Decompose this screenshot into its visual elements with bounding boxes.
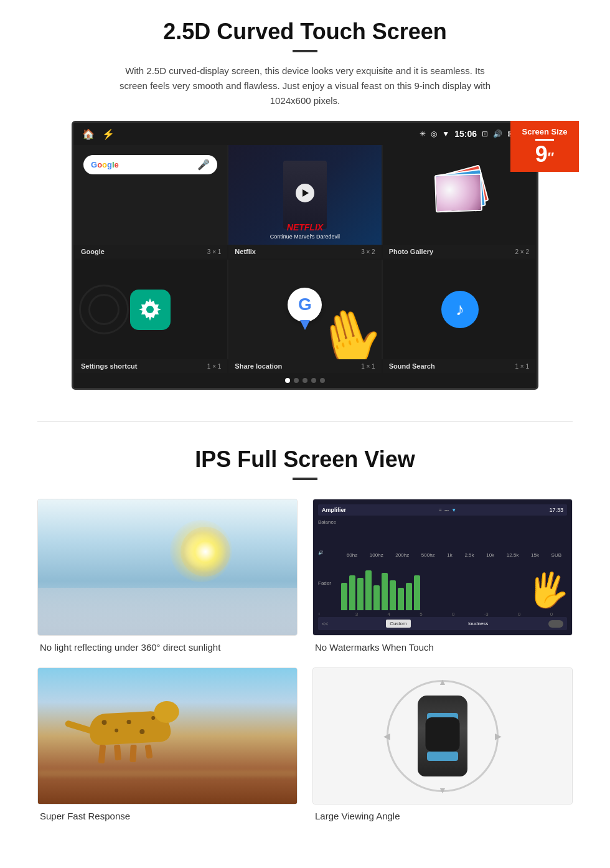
gallery-app-size: 2 × 2 (515, 248, 529, 255)
badge-divider (535, 139, 554, 141)
netflix-subtitle: Continue Marvel's Daredevil (233, 234, 377, 240)
ips-section: IPS Full Screen View No light reflecting… (0, 434, 610, 840)
device-area: Screen Size 9″ 🏠 ⚡ ✳ ◎ ▼ 15:06 ⊡ 🔊 (37, 121, 573, 390)
section1-title: 2.5D Curved Touch Screen (37, 19, 573, 45)
amp-time: 17:33 (549, 507, 563, 513)
freq-sub: SUB (551, 552, 561, 558)
fader-arrow: ↕ (318, 611, 340, 616)
eq-freq-labels: 60hz 100hz 200hz 500hz 1k 2.5k 10k 12.5k… (341, 552, 567, 558)
settings-app-size: 1 × 1 (207, 363, 222, 370)
microphone-icon: 🎤 (197, 159, 210, 171)
netflix-logo: NETFLIX (233, 222, 377, 232)
eq-bar-6 (390, 580, 396, 610)
amp-wifi-icon: ▼ (451, 507, 456, 513)
photo-stack (432, 167, 488, 223)
netflix-app-name: Netflix (235, 248, 256, 255)
amp-header: Amplifier ≡ ••• ▼ 17:33 (318, 504, 567, 516)
freq-1k: 1k (447, 552, 452, 558)
title-underline (293, 50, 317, 52)
dot-2 (294, 378, 299, 383)
eq-bars-container: 🖐 (341, 560, 567, 610)
music-note-icon: ♪ (456, 300, 464, 319)
top-view-visual: ▲ ▼ ◀ ▶ (313, 668, 572, 804)
pagination-dots (73, 374, 537, 388)
freq-200hz: 200hz (395, 552, 409, 558)
google-app-size: 3 × 1 (207, 248, 222, 255)
angle-arrow-right: ▶ (495, 731, 502, 741)
sound-app-name: Sound Search (389, 362, 435, 370)
google-search-bar[interactable]: Google 🎤 (83, 155, 217, 174)
amp-footer: << Custom loudness (318, 617, 567, 630)
netflix-app-size: 3 × 2 (361, 248, 375, 255)
hand-on-equalizer: 🖐 (524, 567, 573, 614)
usb-icon: ⚡ (102, 128, 115, 140)
amp-back-btn: << (322, 621, 329, 627)
amp-custom-button[interactable]: Custom (386, 620, 411, 628)
dot-1 (285, 378, 290, 383)
amplifier-item: Amplifier ≡ ••• ▼ 17:33 Balance 🔊 (312, 499, 573, 653)
sunlight-caption: No light reflecting under 360° direct su… (37, 642, 298, 653)
sunlight-image (37, 499, 298, 636)
status-bar: 🏠 ⚡ ✳ ◎ ▼ 15:06 ⊡ 🔊 ⊠ ⬜ (73, 123, 537, 145)
eq-number-labels: 3450-300 (341, 611, 567, 617)
cheetah-legs (99, 745, 171, 763)
sound-icon-container: ♪ (441, 291, 479, 328)
amplifier-caption: No Watermarks When Touch (312, 642, 573, 653)
section-divider (37, 421, 573, 422)
leg-3 (129, 744, 136, 762)
gallery-label: Photo Gallery 2 × 2 (383, 245, 535, 258)
gallery-app-name: Photo Gallery (389, 248, 434, 255)
photo-card-flower (436, 175, 481, 211)
amp-menu-icon: ≡ (439, 507, 442, 513)
badge-size: 9″ (535, 141, 555, 167)
amp-status-icons: ≡ ••• ▼ (439, 507, 456, 513)
sound-search-cell[interactable]: ♪ (383, 260, 537, 359)
share-app-name: Share location (235, 362, 282, 370)
amp-side-labels: Balance 🔊 Fader ↕ (318, 518, 340, 617)
fader-label: Fader (318, 580, 340, 586)
car-oval: ▲ ▼ ◀ ▶ (387, 680, 499, 792)
amp-loudness-label: loudness (468, 621, 488, 626)
sun-flare (170, 520, 232, 582)
car-body (418, 696, 467, 776)
section1-description: With 2.5D curved-display screen, this de… (112, 64, 498, 108)
dot-3 (303, 378, 307, 383)
gear-icon (138, 297, 162, 322)
eq-bar-9 (414, 575, 420, 610)
google-app-cell[interactable]: Google 🎤 (73, 145, 227, 245)
eq-bar-0 (341, 583, 347, 610)
cheetah-visual (38, 668, 297, 804)
leg-1 (98, 744, 106, 763)
horizon-haze (38, 588, 297, 635)
cheetah-caption: Super Fast Response (37, 811, 298, 821)
dust-cloud (38, 770, 297, 777)
share-location-cell[interactable]: G 🤚 (228, 260, 382, 359)
badge-label: Screen Size (515, 127, 574, 136)
home-icon: 🏠 (82, 128, 95, 140)
google-logo: Google (91, 160, 119, 169)
top-view-caption: Large Viewing Angle (312, 811, 573, 821)
netflix-thumbnail (283, 161, 327, 229)
app-labels-row2: Settings shortcut 1 × 1 Share location 1… (73, 359, 537, 374)
ips-title-underline (293, 478, 317, 480)
top-view-item: ▲ ▼ ◀ ▶ Large Viewing Angle (312, 668, 573, 821)
netflix-info: NETFLIX Continue Marvel's Daredevil (233, 222, 377, 240)
freq-2_5k: 2.5k (464, 552, 474, 558)
angle-arrow-left: ◀ (383, 731, 390, 741)
settings-icon-container (130, 290, 171, 330)
sunlight-item: No light reflecting under 360° direct su… (37, 499, 298, 653)
leg-4 (145, 744, 153, 758)
play-button[interactable] (296, 184, 314, 202)
leg-2 (114, 744, 121, 760)
eq-bar-1 (349, 575, 355, 610)
settings-app-cell[interactable] (73, 260, 227, 359)
netflix-app-cell[interactable]: NETFLIX Continue Marvel's Daredevil (228, 145, 382, 245)
share-app-size: 1 × 1 (361, 363, 375, 370)
freq-12_5k: 12.5k (507, 552, 519, 558)
amp-toggle-switch[interactable] (548, 620, 563, 628)
ips-grid: No light reflecting under 360° direct su… (37, 499, 573, 821)
location-icon: ◎ (431, 130, 437, 138)
eq-bar-3 (365, 570, 372, 610)
bluetooth-icon: ✳ (420, 130, 426, 138)
eq-bar-4 (373, 585, 380, 610)
